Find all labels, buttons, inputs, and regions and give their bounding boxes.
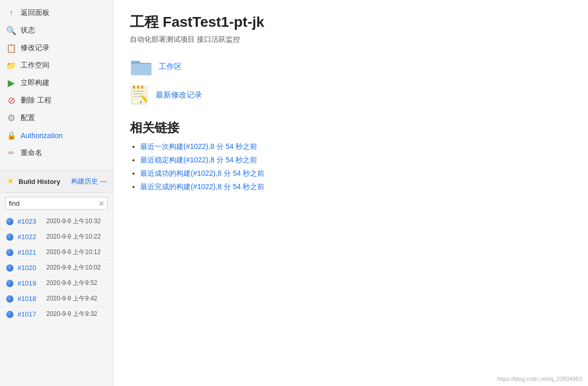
- sidebar-item-label: 删除 工程: [21, 96, 52, 105]
- workspace-quick-link[interactable]: 工作区: [130, 57, 572, 76]
- sidebar-item-build-now[interactable]: ▶ 立即构建: [0, 74, 113, 92]
- search-clear-icon[interactable]: ✕: [98, 199, 105, 208]
- project-title: 工程 FastTest1-pt-jk: [130, 12, 572, 32]
- list-item: 最近稳定构建(#1022),8 分 54 秒之前: [140, 156, 572, 165]
- sidebar: ↑ 返回面板 🔍 状态 📋 修改记录 📁 工作空间 ▶ 立即构建 ⊘ 删除 工程…: [0, 0, 113, 386]
- build-item[interactable]: #1020 2020-9-9 上午10:02: [0, 260, 113, 276]
- build-status-ball: [6, 264, 13, 272]
- sidebar-item-label: 工作空间: [21, 61, 49, 70]
- last-stable-link[interactable]: 最近稳定构建(#1022),8 分 54 秒之前: [140, 156, 257, 164]
- watermark: https://blog.csdn.net/kj_23934063: [497, 376, 582, 382]
- build-number[interactable]: #1019: [18, 279, 42, 287]
- notepad-icon: [130, 85, 149, 105]
- build-date: 2020-9-9 上午9:32: [46, 310, 97, 318]
- build-number[interactable]: #1021: [18, 248, 42, 256]
- related-links-section: 相关链接 最近一次构建(#1022),8 分 54 秒之前 最近稳定构建(#10…: [130, 120, 572, 192]
- list-item: 最近一次构建(#1022),8 分 54 秒之前: [140, 142, 572, 152]
- delete-icon: ⊘: [6, 95, 16, 106]
- build-history-section: ☀ Build History 构建历史 — ✕ #1023 2020-9-9 …: [0, 170, 113, 322]
- build-list: #1023 2020-9-9 上午10:32 #1022 2020-9-9 上午…: [0, 214, 113, 322]
- sidebar-item-label: 状态: [21, 26, 35, 35]
- svg-rect-2: [131, 64, 152, 75]
- build-date: 2020-9-9 上午10:22: [46, 232, 100, 241]
- last-successful-link[interactable]: 最近成功的构建(#1022),8 分 54 秒之前: [140, 169, 264, 177]
- sun-icon: ☀: [6, 176, 14, 187]
- svg-rect-5: [137, 86, 139, 89]
- svg-rect-7: [133, 91, 145, 92]
- changelog-quick-link[interactable]: 最新修改记录: [130, 85, 572, 105]
- sidebar-item-label: Authorization: [21, 131, 63, 140]
- build-item[interactable]: #1021 2020-9-9 上午10:12: [0, 245, 113, 260]
- svg-rect-6: [141, 86, 143, 89]
- build-number[interactable]: #1022: [18, 233, 42, 241]
- sidebar-item-workspace[interactable]: 📁 工作空间: [0, 57, 113, 74]
- quick-links: 工作区 最新修改记录: [130, 57, 572, 105]
- sidebar-item-rename[interactable]: ✏ 重命名: [0, 144, 113, 162]
- sidebar-item-change-log[interactable]: 📋 修改记录: [0, 39, 113, 57]
- sidebar-item-label: 重命名: [21, 148, 42, 158]
- sidebar-item-status[interactable]: 🔍 状态: [0, 22, 113, 39]
- svg-rect-3: [131, 87, 147, 104]
- build-status-ball: [6, 233, 13, 241]
- sidebar-item-configure[interactable]: ⚙ 配置: [0, 109, 113, 127]
- build-search-input[interactable]: [5, 197, 108, 210]
- svg-rect-1: [131, 61, 140, 64]
- sidebar-item-label: 返回面板: [21, 8, 49, 18]
- build-date: 2020-9-9 上午9:42: [46, 294, 97, 303]
- last-complete-link[interactable]: 最近完成的构建(#1022),8 分 54 秒之前: [140, 182, 264, 191]
- build-item[interactable]: #1018 2020-9-9 上午9:42: [0, 291, 113, 307]
- project-subtitle: 自动化部署测试项目 接口活跃监控: [130, 35, 572, 44]
- up-arrow-icon: ↑: [6, 8, 16, 18]
- list-item: 最近成功的构建(#1022),8 分 54 秒之前: [140, 169, 572, 178]
- search-icon: 🔍: [6, 25, 16, 36]
- build-number[interactable]: #1020: [18, 264, 42, 272]
- sidebar-item-label: 修改记录: [21, 43, 49, 53]
- build-date: 2020-9-9 上午10:32: [46, 217, 100, 226]
- svg-rect-8: [133, 93, 143, 94]
- build-item[interactable]: #1023 2020-9-9 上午10:32: [0, 214, 113, 229]
- build-icon: ▶: [6, 78, 16, 88]
- build-item[interactable]: #1019 2020-9-9 上午9:52: [0, 276, 113, 291]
- build-date: 2020-9-9 上午10:02: [46, 263, 100, 272]
- lock-icon: 🔒: [6, 130, 16, 141]
- sidebar-item-delete-project[interactable]: ⊘ 删除 工程: [0, 92, 113, 109]
- last-build-link[interactable]: 最近一次构建(#1022),8 分 54 秒之前: [140, 142, 257, 150]
- build-search-wrap: ✕: [0, 193, 113, 214]
- sidebar-nav: ↑ 返回面板 🔍 状态 📋 修改记录 📁 工作空间 ▶ 立即构建 ⊘ 删除 工程…: [0, 0, 113, 166]
- build-status-ball: [6, 295, 13, 303]
- sidebar-item-back-to-dashboard[interactable]: ↑ 返回面板: [0, 4, 113, 22]
- folder-icon: [130, 57, 153, 76]
- rename-icon: ✏: [6, 148, 16, 158]
- edit-doc-icon: 📋: [6, 43, 16, 53]
- build-history-header: ☀ Build History 构建历史 —: [0, 171, 113, 193]
- sidebar-item-authorization[interactable]: 🔒 Authorization: [0, 127, 113, 144]
- build-status-ball: [6, 218, 13, 225]
- build-date: 2020-9-9 上午10:12: [46, 248, 100, 257]
- related-links-heading: 相关链接: [130, 120, 572, 136]
- svg-rect-4: [133, 86, 135, 89]
- sidebar-item-label: 配置: [21, 113, 35, 123]
- latest-change-link[interactable]: 最新修改记录: [156, 90, 202, 100]
- related-links-list: 最近一次构建(#1022),8 分 54 秒之前 最近稳定构建(#1022),8…: [130, 142, 572, 192]
- folder-icon: 📁: [6, 60, 16, 71]
- list-item: 最近完成的构建(#1022),8 分 54 秒之前: [140, 182, 572, 192]
- build-number[interactable]: #1018: [18, 295, 42, 303]
- gear-icon: ⚙: [6, 113, 16, 123]
- build-number[interactable]: #1023: [18, 217, 42, 225]
- build-date: 2020-9-9 上午9:52: [46, 279, 97, 288]
- main-content: 工程 FastTest1-pt-jk 自动化部署测试项目 接口活跃监控 工作区: [113, 0, 588, 386]
- build-item[interactable]: #1017 2020-9-9 上午9:32: [0, 307, 113, 322]
- build-history-cn-link[interactable]: 构建历史 —: [71, 177, 107, 186]
- workspace-link[interactable]: 工作区: [159, 62, 182, 72]
- build-item[interactable]: #1022 2020-9-9 上午10:22: [0, 229, 113, 245]
- build-status-ball: [6, 249, 13, 256]
- build-status-ball: [6, 311, 13, 318]
- build-status-ball: [6, 280, 13, 287]
- sidebar-item-label: 立即构建: [21, 78, 49, 88]
- build-history-title: Build History: [19, 178, 67, 186]
- build-number[interactable]: #1017: [18, 310, 42, 318]
